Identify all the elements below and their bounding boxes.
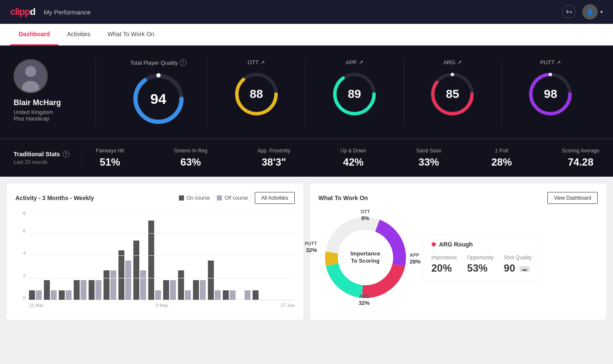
activity-card: Activity - 3 Months - Weekly On course O… — [7, 183, 303, 320]
bar-oncourse — [253, 290, 259, 300]
tab-what-to-work-on[interactable]: What To Work On — [99, 24, 163, 46]
bar-offcourse — [200, 280, 206, 300]
detail-card-title: ARG Rough — [432, 241, 533, 248]
bar-offcourse — [245, 290, 250, 300]
help-icon-trad[interactable]: ? — [63, 151, 69, 158]
bar-chart: 0 2 4 6 8 — [15, 211, 295, 309]
shot-quality-badge: ▬ — [520, 266, 530, 272]
nav-right: + ▾ 👤 ▾ — [562, 4, 603, 20]
avatar: 👤 — [582, 4, 598, 20]
tabs-bar: Dashboard Activities What To Work On — [0, 24, 613, 46]
plus-icon: + — [565, 8, 570, 17]
detail-card: ARG Rough Importance 20% Opportunity 53%… — [423, 234, 542, 281]
bar-oncourse — [163, 280, 169, 300]
add-button[interactable]: + ▾ — [562, 5, 576, 19]
stats-grid: Total Player Quality ? 94 OTT ↗ — [95, 59, 599, 126]
activity-controls: On course Off course All Activities — [179, 192, 295, 204]
bar-oncourse — [133, 241, 139, 300]
gauge-arg-value: 85 — [446, 87, 459, 101]
bar-group — [133, 241, 146, 300]
legend-dot-oncourse — [179, 195, 184, 201]
bar-oncourse — [104, 270, 109, 300]
bar-group — [89, 280, 101, 300]
stat-up-and-down: Up & Down 42% — [340, 148, 366, 168]
gauge-arg: ARG ↗ 85 — [404, 59, 502, 126]
legend-oncourse: On course — [179, 195, 210, 201]
bar-oncourse — [193, 280, 199, 300]
bottom-section: Activity - 3 Months - Weekly On course O… — [0, 177, 613, 327]
stat-greens-in-reg: Greens In Reg 63% — [174, 148, 207, 168]
all-activities-button[interactable]: All Activities — [255, 192, 294, 204]
bar-offcourse — [185, 290, 191, 300]
gauge-app-value: 89 — [348, 87, 361, 101]
bar-offcourse — [110, 270, 116, 300]
gauge-app-wrap: 89 — [331, 71, 378, 118]
activity-title: Activity - 3 Months - Weekly — [15, 195, 94, 201]
donut-center-label: Importance To Scoring — [350, 250, 380, 265]
bar-group — [223, 290, 236, 300]
detail-metric-importance: Importance 20% — [432, 255, 457, 274]
nav-left: clippd My Performance — [10, 6, 91, 17]
bar-offcourse — [81, 280, 86, 300]
bar-offcourse — [95, 280, 101, 300]
bar-oncourse — [118, 250, 124, 300]
bar-offcourse — [170, 280, 176, 300]
chart-legend: On course Off course — [179, 195, 248, 201]
gauge-putt: PUTT ↗ 98 — [502, 59, 599, 126]
tab-dashboard[interactable]: Dashboard — [10, 24, 58, 46]
bar-group — [104, 270, 116, 300]
svg-point-1 — [25, 66, 36, 77]
player-info: Blair McHarg United Kingdom Plus Handica… — [14, 59, 82, 122]
player-name: Blair McHarg — [14, 98, 61, 107]
top-nav: clippd My Performance + ▾ 👤 ▾ — [0, 0, 613, 24]
bar-group — [74, 280, 86, 300]
wtwo-header: What To Work On View Dashboard — [319, 192, 598, 204]
gauge-total-value: 94 — [150, 91, 167, 107]
y-axis: 0 2 4 6 8 — [15, 211, 27, 300]
bar-group — [163, 280, 176, 300]
chevron-down-icon-user: ▾ — [600, 9, 603, 15]
bar-chart-bars — [27, 211, 295, 300]
gauge-total-wrap: 94 — [131, 71, 186, 126]
bar-group — [59, 290, 72, 300]
arrow-arg: ↗ — [457, 59, 462, 66]
bar-offcourse — [155, 290, 161, 300]
view-dashboard-button[interactable]: View Dashboard — [547, 192, 598, 204]
detail-dot — [432, 242, 436, 246]
donut-label-arg: ARG 32% — [359, 292, 370, 306]
help-icon-tpq[interactable]: ? — [180, 59, 187, 66]
player-country: United Kingdom — [14, 109, 53, 115]
legend-offcourse: Off course — [217, 195, 248, 201]
donut-chart-container: Importance To Scoring OTT 8% APP 28% ARG — [319, 211, 412, 304]
user-avatar-button[interactable]: 👤 ▾ — [582, 4, 603, 20]
bar-offcourse — [51, 290, 57, 300]
bar-oncourse — [178, 270, 184, 300]
svg-point-5 — [156, 73, 161, 77]
nav-title: My Performance — [44, 9, 91, 16]
bar-offcourse — [66, 290, 72, 300]
detail-metric-opportunity: Opportunity 53% — [467, 255, 494, 274]
bar-oncourse — [208, 261, 214, 300]
gauge-ott-value: 88 — [250, 87, 263, 101]
donut-label-app: APP 28% — [409, 251, 420, 265]
gauge-arg-wrap: 85 — [429, 71, 476, 118]
activity-card-header: Activity - 3 Months - Weekly On course O… — [15, 192, 295, 204]
donut-label-putt: PUTT 32% — [305, 239, 317, 253]
bar-offcourse — [230, 290, 236, 300]
stat-scoring-average: Scoring Average 74.28 — [562, 148, 599, 168]
svg-point-12 — [451, 73, 454, 76]
bar-oncourse — [29, 290, 35, 300]
player-avatar — [14, 59, 48, 93]
bar-oncourse — [44, 280, 50, 300]
traditional-stats: Traditional Stats ? Last 20 rounds Fairw… — [0, 139, 613, 177]
gauge-ott-wrap: 88 — [233, 71, 280, 118]
gauge-putt-value: 98 — [544, 87, 557, 101]
bar-group — [208, 261, 221, 300]
bar-oncourse — [148, 221, 154, 300]
bar-oncourse — [74, 280, 80, 300]
bar-offcourse — [36, 290, 42, 300]
bar-group — [193, 280, 206, 300]
legend-dot-offcourse — [217, 195, 222, 201]
tab-activities[interactable]: Activities — [58, 24, 99, 46]
bar-group — [148, 221, 161, 300]
